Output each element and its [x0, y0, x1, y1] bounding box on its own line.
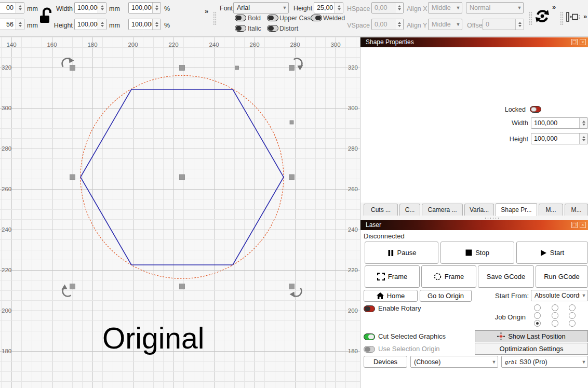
goto-origin-button[interactable]: Go to Origin: [420, 290, 472, 302]
locked-toggle[interactable]: [530, 106, 541, 113]
vspace-field[interactable]: 0,00: [371, 19, 404, 30]
toolbar-overflow-chevron-2[interactable]: »: [552, 3, 556, 11]
width-mm-spinner[interactable]: [98, 3, 106, 13]
start-from-value[interactable]: Absolute Coords: [531, 292, 580, 299]
sync-refresh-icon[interactable]: [534, 8, 551, 24]
laser-float-icon[interactable]: ❐: [571, 222, 578, 228]
selection-handle[interactable]: [70, 284, 75, 289]
cut-selected-toggle[interactable]: [364, 333, 375, 340]
tab-4[interactable]: Shape Pr...: [496, 203, 537, 216]
tab-3[interactable]: Varia...: [464, 204, 494, 216]
job-origin-radio-2-1[interactable]: [552, 320, 558, 327]
selection-handle[interactable]: [289, 284, 295, 289]
shape-height-value[interactable]: 100,000: [531, 135, 579, 142]
use-selection-origin-toggle[interactable]: [364, 346, 375, 353]
job-origin-radio-0-1[interactable]: [552, 304, 558, 311]
bold-toggle[interactable]: [235, 15, 246, 21]
job-origin-radio-0-0[interactable]: [534, 304, 541, 311]
shape-width-value[interactable]: 100,000: [531, 119, 579, 127]
device-combo[interactable]: grblS30 (Pro)▼: [501, 356, 588, 368]
align-y-value[interactable]: Middle: [429, 21, 455, 28]
width-mm-field[interactable]: 100,000: [74, 2, 106, 14]
float-panel-icon[interactable]: ❐: [571, 39, 578, 45]
job-origin-radio-1-1[interactable]: [552, 312, 558, 319]
rotate-handle-icon[interactable]: [290, 288, 302, 298]
width-percent-field[interactable]: 100,000: [128, 2, 161, 14]
port-value[interactable]: (Choose): [411, 358, 490, 366]
offset-value[interactable]: 0: [483, 21, 515, 28]
tab-1[interactable]: C...: [399, 204, 420, 216]
tab-0[interactable]: Cuts ...: [364, 204, 398, 216]
hspace-value[interactable]: 0,00: [372, 4, 395, 11]
stop-button[interactable]: Stop: [440, 242, 514, 264]
tab-5[interactable]: M...: [539, 204, 563, 216]
optimization-settings-button[interactable]: Optimization Settings: [475, 343, 588, 355]
welded-toggle[interactable]: [311, 15, 322, 21]
text-object[interactable]: Original: [102, 322, 204, 355]
toolbar-overflow-chevron-3[interactable]: »: [583, 12, 587, 20]
run-gcode-button[interactable]: Run GCode: [536, 265, 588, 288]
selection-handle[interactable]: [289, 175, 295, 180]
selection-handle[interactable]: [289, 65, 295, 71]
save-gcode-button[interactable]: Save GCode: [478, 265, 534, 288]
toolbar-grip[interactable]: [213, 11, 217, 25]
frame-circle-button[interactable]: Frame: [421, 265, 476, 288]
selection-handle-small[interactable]: [235, 66, 239, 70]
selection-handle[interactable]: [180, 175, 185, 180]
toolbar-grip-2[interactable]: [529, 11, 532, 25]
font-height-spinner[interactable]: [335, 3, 343, 13]
workspace-canvas[interactable]: 1401601802002202402602803003203203003002…: [0, 36, 360, 388]
home-button[interactable]: Home: [364, 290, 418, 302]
width-mm-value[interactable]: 100,000: [75, 4, 98, 11]
lock-aspect-icon[interactable]: [39, 6, 54, 25]
toolbar-grip-3[interactable]: [560, 11, 564, 25]
selection-handle[interactable]: [180, 284, 185, 289]
job-origin-radio-1-0[interactable]: [534, 312, 541, 319]
devices-button[interactable]: Devices: [364, 356, 407, 368]
align-x-value[interactable]: Middle: [429, 4, 455, 11]
x-position-field[interactable]: 00: [0, 2, 24, 14]
x-position-spinner[interactable]: [16, 3, 24, 13]
height-percent-spinner[interactable]: [152, 19, 161, 30]
job-origin-radio-0-2[interactable]: [569, 304, 576, 311]
text-mode-combo[interactable]: Normal▼: [466, 2, 524, 14]
start-from-combo[interactable]: Absolute Coords▼: [531, 290, 588, 301]
font-family-value[interactable]: Arial: [234, 4, 281, 11]
frame-rect-button[interactable]: Frame: [365, 265, 420, 288]
offset-field[interactable]: 0: [483, 19, 524, 30]
width-percent-spinner[interactable]: [152, 3, 161, 13]
height-percent-value[interactable]: 100,000: [129, 21, 152, 28]
tab-2[interactable]: Camera ...: [422, 204, 463, 216]
align-y-combo[interactable]: Middle▼: [428, 19, 462, 30]
text-mode-value[interactable]: Normal: [466, 4, 516, 11]
x-position-value[interactable]: 00: [0, 4, 16, 11]
laser-close-icon[interactable]: ×: [580, 222, 586, 228]
port-combo[interactable]: (Choose)▼: [410, 356, 498, 368]
shape-height-field[interactable]: 100,000: [531, 133, 588, 144]
y-position-spinner[interactable]: [16, 19, 24, 30]
italic-toggle[interactable]: [235, 25, 246, 32]
tab-6[interactable]: M...: [565, 204, 588, 216]
font-height-value[interactable]: 25,00: [314, 4, 335, 11]
distort-toggle[interactable]: [267, 25, 278, 32]
job-origin-radio-2-0[interactable]: [534, 320, 541, 327]
start-button[interactable]: Start: [516, 242, 588, 264]
y-position-value[interactable]: 56: [0, 21, 16, 28]
selection-handle[interactable]: [70, 65, 75, 71]
align-x-combo[interactable]: Middle▼: [428, 2, 462, 14]
hspace-field[interactable]: 0,00: [371, 2, 404, 14]
job-origin-radio-1-2[interactable]: [569, 312, 576, 319]
selection-handle[interactable]: [70, 175, 75, 180]
pause-button[interactable]: Pause: [365, 242, 438, 264]
dock-splitter[interactable]: [484, 217, 499, 219]
y-position-field[interactable]: 56: [0, 19, 24, 30]
job-origin-radio-2-2[interactable]: [569, 320, 576, 327]
toolbar-overflow-chevron[interactable]: »: [205, 7, 208, 15]
font-height-field[interactable]: 25,00: [314, 2, 343, 14]
device-value[interactable]: grblS30 (Pro): [502, 358, 580, 366]
vspace-value[interactable]: 0,00: [372, 21, 395, 28]
height-mm-spinner[interactable]: [98, 19, 106, 30]
selection-handle[interactable]: [180, 65, 185, 71]
width-percent-value[interactable]: 100,000: [129, 4, 152, 11]
show-last-position-button[interactable]: Show Last Position: [475, 330, 588, 342]
